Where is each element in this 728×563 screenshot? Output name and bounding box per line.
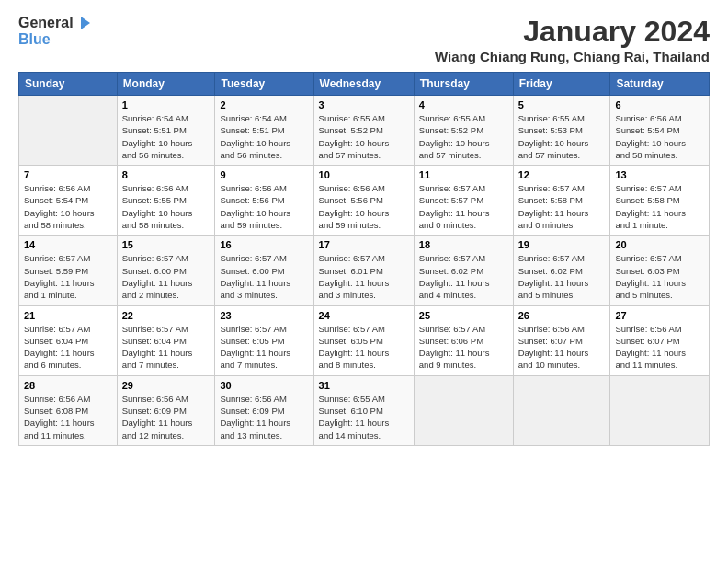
day-info: Sunrise: 6:57 AMSunset: 6:04 PMDaylight:… <box>122 323 210 372</box>
day-number: 15 <box>122 239 210 250</box>
calendar-cell: 4Sunrise: 6:55 AMSunset: 5:52 PMDaylight… <box>414 96 513 166</box>
calendar-cell: 7Sunrise: 6:56 AMSunset: 5:54 PMDaylight… <box>19 166 118 236</box>
day-number: 29 <box>122 380 210 391</box>
title-block: January 2024 Wiang Chiang Rung, Chiang R… <box>435 15 710 64</box>
calendar-cell: 30Sunrise: 6:56 AMSunset: 6:09 PMDayligh… <box>215 375 313 445</box>
logo-arrow-icon <box>75 15 92 31</box>
day-info: Sunrise: 6:54 AMSunset: 5:51 PMDaylight:… <box>122 112 210 161</box>
calendar-cell: 9Sunrise: 6:56 AMSunset: 5:56 PMDaylight… <box>215 166 313 236</box>
calendar-cell: 15Sunrise: 6:57 AMSunset: 6:00 PMDayligh… <box>117 236 215 305</box>
day-info: Sunrise: 6:55 AMSunset: 5:53 PMDaylight:… <box>518 112 606 161</box>
day-number: 27 <box>615 310 704 321</box>
calendar-cell: 6Sunrise: 6:56 AMSunset: 5:54 PMDaylight… <box>610 96 710 166</box>
day-number: 10 <box>319 169 409 180</box>
header-row: SundayMondayTuesdayWednesdayThursdayFrid… <box>19 73 710 96</box>
logo-blue: Blue <box>18 31 92 48</box>
calendar-cell: 28Sunrise: 6:56 AMSunset: 6:08 PMDayligh… <box>19 375 118 445</box>
day-number: 24 <box>319 310 409 321</box>
day-info: Sunrise: 6:57 AMSunset: 6:03 PMDaylight:… <box>615 252 704 301</box>
calendar-cell: 26Sunrise: 6:56 AMSunset: 6:07 PMDayligh… <box>513 305 610 375</box>
calendar-cell: 8Sunrise: 6:56 AMSunset: 5:55 PMDaylight… <box>117 166 215 236</box>
day-number: 7 <box>24 169 112 180</box>
day-number: 19 <box>518 239 606 250</box>
day-info: Sunrise: 6:56 AMSunset: 6:08 PMDaylight:… <box>24 393 112 442</box>
week-row-1: 1Sunrise: 6:54 AMSunset: 5:51 PMDaylight… <box>19 96 710 166</box>
day-info: Sunrise: 6:57 AMSunset: 5:57 PMDaylight:… <box>419 182 508 231</box>
header: General Blue January 2024 Wiang Chiang R… <box>18 15 710 64</box>
calendar-cell: 10Sunrise: 6:56 AMSunset: 5:56 PMDayligh… <box>313 166 414 236</box>
day-info: Sunrise: 6:56 AMSunset: 5:56 PMDaylight:… <box>319 182 409 231</box>
day-info: Sunrise: 6:57 AMSunset: 6:00 PMDaylight:… <box>220 252 308 301</box>
calendar-table: SundayMondayTuesdayWednesdayThursdayFrid… <box>18 72 710 446</box>
day-number: 26 <box>518 310 606 321</box>
week-row-4: 21Sunrise: 6:57 AMSunset: 6:04 PMDayligh… <box>19 305 710 375</box>
day-info: Sunrise: 6:56 AMSunset: 6:09 PMDaylight:… <box>220 393 308 442</box>
day-info: Sunrise: 6:55 AMSunset: 5:52 PMDaylight:… <box>419 112 508 161</box>
calendar-cell: 27Sunrise: 6:56 AMSunset: 6:07 PMDayligh… <box>610 305 710 375</box>
day-number: 18 <box>419 239 508 250</box>
day-info: Sunrise: 6:56 AMSunset: 5:54 PMDaylight:… <box>615 112 704 161</box>
day-number: 6 <box>615 99 704 110</box>
calendar-cell: 24Sunrise: 6:57 AMSunset: 6:05 PMDayligh… <box>313 305 414 375</box>
calendar-cell: 20Sunrise: 6:57 AMSunset: 6:03 PMDayligh… <box>610 236 710 305</box>
calendar-cell: 16Sunrise: 6:57 AMSunset: 6:00 PMDayligh… <box>215 236 313 305</box>
day-info: Sunrise: 6:57 AMSunset: 6:01 PMDaylight:… <box>319 252 409 301</box>
day-number: 31 <box>319 380 409 391</box>
calendar-cell: 23Sunrise: 6:57 AMSunset: 6:05 PMDayligh… <box>215 305 313 375</box>
calendar-cell: 22Sunrise: 6:57 AMSunset: 6:04 PMDayligh… <box>117 305 215 375</box>
calendar-cell: 12Sunrise: 6:57 AMSunset: 5:58 PMDayligh… <box>513 166 610 236</box>
day-info: Sunrise: 6:55 AMSunset: 6:10 PMDaylight:… <box>319 393 409 442</box>
day-number: 23 <box>220 310 308 321</box>
logo: General Blue <box>18 15 92 48</box>
calendar-cell <box>513 375 610 445</box>
day-info: Sunrise: 6:56 AMSunset: 6:07 PMDaylight:… <box>615 323 704 372</box>
calendar-cell: 3Sunrise: 6:55 AMSunset: 5:52 PMDaylight… <box>313 96 414 166</box>
calendar-cell: 18Sunrise: 6:57 AMSunset: 6:02 PMDayligh… <box>414 236 513 305</box>
logo-general: General <box>18 15 74 31</box>
day-info: Sunrise: 6:57 AMSunset: 5:58 PMDaylight:… <box>518 182 606 231</box>
day-number: 17 <box>319 239 409 250</box>
day-number: 28 <box>24 380 112 391</box>
calendar-cell: 14Sunrise: 6:57 AMSunset: 5:59 PMDayligh… <box>19 236 118 305</box>
calendar-cell: 21Sunrise: 6:57 AMSunset: 6:04 PMDayligh… <box>19 305 118 375</box>
day-number: 30 <box>220 380 308 391</box>
day-info: Sunrise: 6:57 AMSunset: 6:04 PMDaylight:… <box>24 323 112 372</box>
day-info: Sunrise: 6:56 AMSunset: 5:54 PMDaylight:… <box>24 182 112 231</box>
day-number: 22 <box>122 310 210 321</box>
day-header-sunday: Sunday <box>19 73 118 96</box>
day-header-wednesday: Wednesday <box>313 73 414 96</box>
calendar-cell: 1Sunrise: 6:54 AMSunset: 5:51 PMDaylight… <box>117 96 215 166</box>
day-number: 8 <box>122 169 210 180</box>
day-number: 11 <box>419 169 508 180</box>
day-number: 20 <box>615 239 704 250</box>
day-info: Sunrise: 6:57 AMSunset: 5:58 PMDaylight:… <box>615 182 704 231</box>
day-number: 14 <box>24 239 112 250</box>
day-info: Sunrise: 6:57 AMSunset: 6:02 PMDaylight:… <box>419 252 508 301</box>
page-container: General Blue January 2024 Wiang Chiang R… <box>0 0 728 455</box>
day-info: Sunrise: 6:56 AMSunset: 6:07 PMDaylight:… <box>518 323 606 372</box>
week-row-5: 28Sunrise: 6:56 AMSunset: 6:08 PMDayligh… <box>19 375 710 445</box>
calendar-cell: 13Sunrise: 6:57 AMSunset: 5:58 PMDayligh… <box>610 166 710 236</box>
day-number: 16 <box>220 239 308 250</box>
day-number: 9 <box>220 169 308 180</box>
location-title: Wiang Chiang Rung, Chiang Rai, Thailand <box>435 49 710 64</box>
calendar-cell <box>19 96 118 166</box>
calendar-cell: 31Sunrise: 6:55 AMSunset: 6:10 PMDayligh… <box>313 375 414 445</box>
month-title: January 2024 <box>435 15 710 49</box>
calendar-cell <box>610 375 710 445</box>
day-header-friday: Friday <box>513 73 610 96</box>
day-info: Sunrise: 6:57 AMSunset: 6:05 PMDaylight:… <box>319 323 409 372</box>
day-info: Sunrise: 6:54 AMSunset: 5:51 PMDaylight:… <box>220 112 308 161</box>
calendar-cell: 11Sunrise: 6:57 AMSunset: 5:57 PMDayligh… <box>414 166 513 236</box>
week-row-3: 14Sunrise: 6:57 AMSunset: 5:59 PMDayligh… <box>19 236 710 305</box>
day-info: Sunrise: 6:57 AMSunset: 6:05 PMDaylight:… <box>220 323 308 372</box>
day-info: Sunrise: 6:57 AMSunset: 6:06 PMDaylight:… <box>419 323 508 372</box>
day-info: Sunrise: 6:55 AMSunset: 5:52 PMDaylight:… <box>319 112 409 161</box>
day-info: Sunrise: 6:56 AMSunset: 5:55 PMDaylight:… <box>122 182 210 231</box>
day-number: 2 <box>220 99 308 110</box>
day-number: 3 <box>319 99 409 110</box>
day-number: 1 <box>122 99 210 110</box>
day-info: Sunrise: 6:57 AMSunset: 5:59 PMDaylight:… <box>24 252 112 301</box>
day-header-saturday: Saturday <box>610 73 710 96</box>
day-number: 12 <box>518 169 606 180</box>
